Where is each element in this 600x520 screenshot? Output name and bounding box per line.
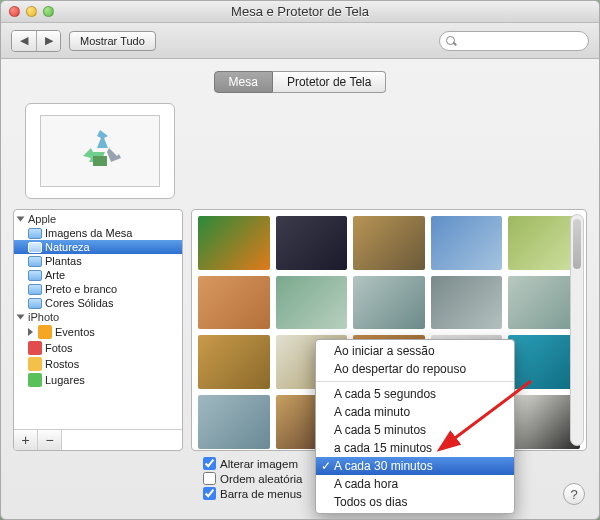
- desktop-preview-inner: [40, 115, 160, 187]
- menu-separator: [316, 381, 514, 382]
- sidebar-item-rostos[interactable]: Rostos: [14, 356, 182, 372]
- sidebar-item-preto-e-branco[interactable]: Preto e branco: [14, 282, 182, 296]
- interval-menu-item[interactable]: Ao despertar do repouso: [316, 360, 514, 378]
- folder-icon: [28, 270, 42, 281]
- interval-menu-item[interactable]: A cada 5 minutos: [316, 421, 514, 439]
- group-label: Apple: [28, 213, 56, 225]
- gallery-scrollbar[interactable]: [570, 214, 584, 446]
- help-button[interactable]: ?: [563, 483, 585, 505]
- window-title: Mesa e Protetor de Tela: [231, 4, 369, 19]
- sidebar-item-arte[interactable]: Arte: [14, 268, 182, 282]
- menu-bar-label: Barra de menus: [220, 488, 302, 500]
- nav-back-forward: ◀ ▶: [11, 30, 61, 52]
- source-sidebar: Apple Imagens da Mesa Natureza Plantas A…: [13, 209, 183, 451]
- tab-bar: Mesa Protetor de Tela: [13, 71, 587, 93]
- chevron-down-icon: [17, 315, 25, 320]
- thumbnail[interactable]: [198, 395, 270, 449]
- sidebar-item-fotos[interactable]: Fotos: [14, 340, 182, 356]
- sidebar-item-label: Cores Sólidas: [45, 297, 113, 309]
- recycle-icon: [75, 126, 125, 176]
- back-button[interactable]: ◀: [12, 31, 36, 51]
- thumbnail[interactable]: [198, 216, 270, 270]
- thumbnail[interactable]: [276, 276, 348, 330]
- sidebar-item-lugares[interactable]: Lugares: [14, 372, 182, 388]
- sidebar-footer: + −: [14, 429, 182, 450]
- sidebar-item-cores-solidas[interactable]: Cores Sólidas: [14, 296, 182, 310]
- places-icon: [28, 373, 42, 387]
- change-picture-checkbox[interactable]: [203, 457, 216, 470]
- sidebar-item-label: Eventos: [55, 326, 95, 338]
- show-all-button[interactable]: Mostrar Tudo: [69, 31, 156, 51]
- close-window-button[interactable]: [9, 6, 20, 17]
- folder-icon: [28, 298, 42, 309]
- interval-menu-item[interactable]: Todos os dias: [316, 493, 514, 511]
- sidebar-item-label: Imagens da Mesa: [45, 227, 132, 239]
- sidebar-item-label: Rostos: [45, 358, 79, 370]
- folder-icon: [28, 242, 42, 253]
- interval-menu-item[interactable]: A cada minuto: [316, 403, 514, 421]
- events-icon: [38, 325, 52, 339]
- interval-menu-item[interactable]: A cada 30 minutos: [316, 457, 514, 475]
- group-iphoto[interactable]: iPhoto: [14, 310, 182, 324]
- source-tree: Apple Imagens da Mesa Natureza Plantas A…: [14, 210, 182, 390]
- group-label: iPhoto: [28, 311, 59, 323]
- menu-bar-checkbox[interactable]: [203, 487, 216, 500]
- sidebar-item-label: Preto e branco: [45, 283, 117, 295]
- thumbnail[interactable]: [276, 216, 348, 270]
- thumbnail[interactable]: [198, 335, 270, 389]
- minimize-window-button[interactable]: [26, 6, 37, 17]
- sidebar-item-label: Plantas: [45, 255, 82, 267]
- thumbnail[interactable]: [198, 276, 270, 330]
- source-tree-scroll[interactable]: Apple Imagens da Mesa Natureza Plantas A…: [14, 210, 182, 429]
- scrollbar-knob[interactable]: [573, 219, 581, 269]
- thumbnail[interactable]: [353, 276, 425, 330]
- chevron-right-icon: [28, 328, 33, 336]
- remove-source-button[interactable]: −: [38, 430, 62, 450]
- search-input[interactable]: [439, 31, 589, 51]
- change-picture-label: Alterar imagem: [220, 458, 298, 470]
- random-order-checkbox[interactable]: [203, 472, 216, 485]
- random-order-label: Ordem aleatória: [220, 473, 302, 485]
- interval-dropdown-menu: Ao iniciar a sessãoAo despertar do repou…: [315, 339, 515, 514]
- sidebar-item-plantas[interactable]: Plantas: [14, 254, 182, 268]
- add-source-button[interactable]: +: [14, 430, 38, 450]
- folder-icon: [28, 284, 42, 295]
- thumbnail[interactable]: [431, 276, 503, 330]
- photos-icon: [28, 341, 42, 355]
- thumbnail[interactable]: [431, 216, 503, 270]
- titlebar: Mesa e Protetor de Tela: [1, 1, 599, 23]
- toolbar: ◀ ▶ Mostrar Tudo: [1, 23, 599, 59]
- sidebar-item-label: Lugares: [45, 374, 85, 386]
- chevron-down-icon: [17, 217, 25, 222]
- tab-desktop[interactable]: Mesa: [214, 71, 273, 93]
- interval-menu-item[interactable]: a cada 15 minutos: [316, 439, 514, 457]
- faces-icon: [28, 357, 42, 371]
- interval-menu-item[interactable]: A cada 5 segundos: [316, 385, 514, 403]
- thumbnail[interactable]: [353, 216, 425, 270]
- tab-screensaver[interactable]: Protetor de Tela: [273, 71, 387, 93]
- folder-icon: [28, 228, 42, 239]
- sidebar-item-eventos[interactable]: Eventos: [14, 324, 182, 340]
- sidebar-item-label: Arte: [45, 269, 65, 281]
- group-apple[interactable]: Apple: [14, 212, 182, 226]
- sidebar-item-natureza[interactable]: Natureza: [14, 240, 182, 254]
- interval-menu-item[interactable]: Ao iniciar a sessão: [316, 342, 514, 360]
- interval-menu-item[interactable]: A cada hora: [316, 475, 514, 493]
- svg-rect-0: [93, 156, 107, 166]
- zoom-window-button[interactable]: [43, 6, 54, 17]
- prefpane-window: Mesa e Protetor de Tela ◀ ▶ Mostrar Tudo…: [0, 0, 600, 520]
- sidebar-item-label: Natureza: [45, 241, 90, 253]
- folder-icon: [28, 256, 42, 267]
- desktop-preview: [25, 103, 175, 199]
- sidebar-item-imagens-da-mesa[interactable]: Imagens da Mesa: [14, 226, 182, 240]
- sidebar-item-label: Fotos: [45, 342, 73, 354]
- window-controls: [9, 6, 54, 17]
- forward-button[interactable]: ▶: [36, 31, 60, 51]
